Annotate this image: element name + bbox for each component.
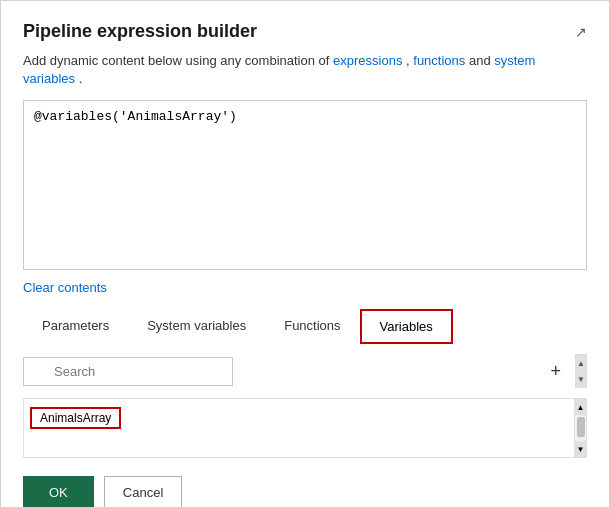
pipeline-expression-builder-dialog: Pipeline expression builder ↗ Add dynami…: [0, 0, 610, 507]
tab-parameters[interactable]: Parameters: [23, 309, 128, 344]
functions-link[interactable]: functions: [413, 53, 465, 68]
list-scrollbar-thumb-area: [575, 415, 586, 441]
clear-contents-link[interactable]: Clear contents: [23, 280, 107, 295]
description-text: Add dynamic content below using any comb…: [23, 52, 587, 88]
scrollbar-up-arrow[interactable]: ▲: [576, 355, 586, 371]
list-scrollbar-thumb: [577, 417, 585, 437]
scrollbar-track: ▲ ▼: [575, 398, 587, 458]
add-button[interactable]: +: [544, 360, 567, 382]
expand-icon[interactable]: ↗: [575, 24, 587, 40]
description-prefix: Add dynamic content below using any comb…: [23, 53, 333, 68]
tab-system-variables[interactable]: System variables: [128, 309, 265, 344]
description-suffix: .: [79, 71, 83, 86]
tabs-bar: Parameters System variables Functions Va…: [23, 309, 587, 344]
tab-functions[interactable]: Functions: [265, 309, 359, 344]
description-sep2: and: [469, 53, 494, 68]
search-row: 🔍 + ▲ ▼: [23, 354, 587, 388]
dialog-header: Pipeline expression builder ↗: [23, 21, 587, 42]
scrollbar-down-arrow[interactable]: ▼: [576, 371, 586, 387]
ok-button[interactable]: OK: [23, 476, 94, 507]
list-scrollbar-up[interactable]: ▲: [575, 399, 586, 415]
tab-variables[interactable]: Variables: [360, 309, 453, 344]
dialog-title: Pipeline expression builder: [23, 21, 257, 42]
expressions-link[interactable]: expressions: [333, 53, 402, 68]
expression-input[interactable]: @variables('AnimalsArray'): [23, 100, 587, 270]
variables-list-area: AnimalsArray ▲ ▼: [23, 398, 587, 458]
list-scrollbar-down[interactable]: ▼: [575, 441, 586, 457]
cancel-button[interactable]: Cancel: [104, 476, 182, 507]
footer: OK Cancel: [23, 476, 587, 507]
variable-item-animalsarray[interactable]: AnimalsArray: [30, 407, 121, 429]
search-input[interactable]: [23, 357, 233, 386]
variables-list: AnimalsArray: [23, 398, 575, 458]
search-wrapper: 🔍: [23, 357, 536, 386]
